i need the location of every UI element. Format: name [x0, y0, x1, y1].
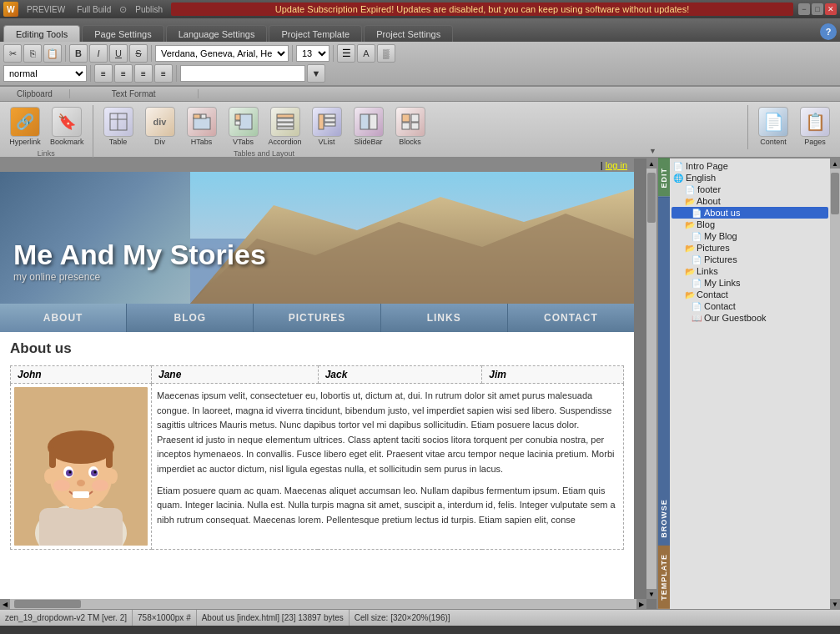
sidebar-scroll-up[interactable]: ▲ — [830, 158, 840, 169]
clipboard-copy-btn[interactable]: ⎘ — [23, 44, 42, 63]
strikethrough-btn[interactable]: S — [129, 44, 148, 63]
page-icon-links: 📄 — [692, 279, 702, 288]
nav-about[interactable]: ABOUT — [0, 304, 127, 332]
maximize-button[interactable]: □ — [812, 3, 823, 15]
pages-label: Pages — [804, 138, 826, 146]
login-link[interactable]: log in — [606, 160, 627, 170]
bookmark-btn[interactable]: 🔖 Bookmark — [47, 105, 88, 148]
nav-links[interactable]: LINKS — [381, 304, 508, 332]
align-left-btn[interactable]: ≡ — [94, 64, 113, 83]
hscroll-left-btn[interactable]: ◀ — [0, 599, 10, 609]
align-center-btn[interactable]: ≡ — [114, 64, 133, 83]
toolbar-expand-btn[interactable]: ▼ — [649, 147, 656, 155]
htabs-btn[interactable]: HTabs — [182, 105, 222, 148]
tree-blog-folder[interactable]: 📂 Blog — [671, 219, 828, 230]
tree-my-links[interactable]: 📄 My Links — [671, 277, 828, 289]
page-icon-about: 📄 — [692, 209, 702, 218]
tree-about-us[interactable]: 📄 About us — [671, 207, 828, 219]
folder-pictures-icon: 📂 — [685, 244, 695, 253]
sidebar-vscroll[interactable]: ▲ ▼ — [830, 158, 840, 609]
slidebar-label: SlideBar — [355, 138, 383, 146]
nav-contact[interactable]: CONTACT — [508, 304, 634, 332]
tree-contact-folder[interactable]: 📂 Contact — [671, 289, 828, 300]
browse-tab[interactable]: BROWSE — [658, 197, 670, 546]
indent-input[interactable] — [180, 65, 305, 82]
tab-editing-tools[interactable]: Editing Tools — [3, 25, 80, 42]
slidebar-btn[interactable]: SlideBar — [349, 105, 389, 148]
folder-open-icon: 📂 — [685, 197, 695, 206]
table-btn[interactable]: Table — [98, 105, 138, 148]
toolbar-tab-bar: Editing Tools Page Settings Language Set… — [0, 18, 840, 42]
tree-pictures-page[interactable]: 📄 Pictures — [671, 254, 828, 265]
vscroll-up-btn[interactable]: ▲ — [646, 158, 656, 169]
list-options-btn[interactable]: ☰ — [337, 44, 355, 63]
tree-contact-page[interactable]: 📄 Contact — [671, 300, 828, 312]
clipboard-paste-btn[interactable]: 📋 — [43, 44, 62, 63]
child-photo — [14, 387, 148, 546]
canvas-vscroll[interactable]: ▲ ▼ — [646, 158, 656, 599]
vscroll-track[interactable] — [646, 169, 656, 589]
hyperlink-btn[interactable]: 🔗 Hyperlink — [5, 105, 45, 148]
vtabs-label: VTabs — [233, 138, 254, 146]
svg-point-41 — [94, 471, 97, 474]
hscroll-track[interactable] — [10, 599, 636, 609]
tab-project-settings[interactable]: Project Settings — [364, 25, 453, 42]
nav-blog[interactable]: BLOG — [127, 304, 254, 332]
toolbar-sep-6 — [176, 65, 177, 82]
svg-point-42 — [77, 480, 85, 486]
align-right-btn[interactable]: ≡ — [134, 64, 153, 83]
help-button[interactable]: ? — [820, 23, 837, 40]
edit-tab[interactable]: EDIT — [658, 158, 670, 197]
align-justify-btn[interactable]: ≡ — [154, 64, 173, 83]
blocks-btn[interactable]: Blocks — [390, 105, 430, 148]
hscroll-right-btn[interactable]: ▶ — [636, 599, 646, 609]
vscroll-down-btn[interactable]: ▼ — [646, 589, 656, 599]
tab-page-settings[interactable]: Page Settings — [82, 25, 164, 42]
canvas-hscroll[interactable]: ◀ ▶ — [0, 599, 646, 609]
bold-button[interactable]: B — [69, 44, 88, 63]
italic-button[interactable]: I — [89, 44, 108, 63]
text-color-btn[interactable]: A — [357, 44, 375, 63]
sidebar-scroll-track[interactable] — [830, 169, 840, 599]
svg-rect-19 — [402, 114, 410, 122]
tree-my-blog[interactable]: 📄 My Blog — [671, 230, 828, 242]
pages-btn[interactable]: 📋 Pages — [795, 105, 835, 148]
bg-color-btn[interactable]: ▒ — [377, 44, 395, 63]
tree-footer[interactable]: 📄 footer — [671, 184, 828, 195]
preview-btn[interactable]: PREVIEW — [23, 5, 68, 14]
minimize-button[interactable]: − — [798, 3, 810, 15]
style-select[interactable]: normal — [3, 65, 87, 82]
clipboard-cut-btn[interactable]: ✂ — [3, 44, 22, 63]
div-btn[interactable]: div Div — [140, 105, 180, 148]
svg-rect-0 — [110, 113, 127, 130]
vscroll-thumb[interactable] — [647, 173, 656, 223]
site-preview: | log in — [0, 158, 634, 609]
template-tab[interactable]: TEMPLATE — [658, 546, 670, 609]
svg-point-47 — [92, 480, 108, 491]
tree-links-folder[interactable]: 📂 Links — [671, 265, 828, 277]
fullbuild-btn[interactable]: Full Build — [73, 5, 114, 14]
page-icon: 📄 — [673, 162, 683, 171]
vtabs-btn[interactable]: VTabs — [224, 105, 264, 148]
tree-intro-page[interactable]: 📄 Intro Page — [671, 160, 828, 172]
sidebar-scroll-down[interactable]: ▼ — [830, 599, 840, 609]
tab-project-template[interactable]: Project Template — [269, 25, 362, 42]
hscroll-thumb[interactable] — [14, 600, 81, 608]
tree-english[interactable]: 🌐 English — [671, 172, 828, 184]
font-family-select[interactable]: Verdana, Geneva, Arial, Helvetica, sa — [155, 45, 289, 62]
tree-about-folder[interactable]: 📂 About — [671, 195, 828, 207]
tree-pictures-folder[interactable]: 📂 Pictures — [671, 242, 828, 254]
hyperlink-label: Hyperlink — [9, 138, 41, 146]
tree-guestbook[interactable]: 📖 Our Guestbook — [671, 312, 828, 324]
close-button[interactable]: ✕ — [825, 3, 837, 15]
content-btn[interactable]: 📄 Content — [753, 105, 793, 148]
sidebar-scroll-thumb[interactable] — [831, 173, 839, 214]
vlist-btn[interactable]: VList — [307, 105, 347, 148]
accordion-btn[interactable]: Accordion — [265, 105, 305, 148]
underline-button[interactable]: U — [109, 44, 128, 63]
expand-btn[interactable]: ▼ — [307, 64, 325, 83]
nav-pictures[interactable]: PICTURES — [254, 304, 380, 332]
tab-language-settings[interactable]: Language Settings — [166, 25, 268, 42]
font-size-select[interactable]: 13 — [296, 45, 329, 62]
publish-btn[interactable]: Publish — [132, 5, 166, 14]
